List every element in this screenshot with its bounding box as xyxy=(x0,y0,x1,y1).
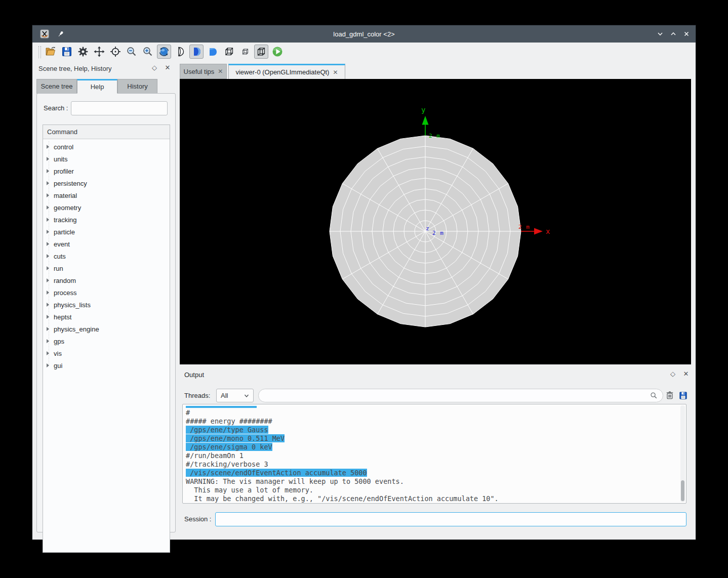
move-icon xyxy=(93,46,105,58)
left-dock-close-icon[interactable]: ✕ xyxy=(163,64,172,71)
rotate-button[interactable] xyxy=(157,45,171,59)
tree-item-control[interactable]: control xyxy=(43,141,170,153)
orthographic-button[interactable] xyxy=(254,45,268,59)
chevron-down-icon xyxy=(244,393,250,399)
zoom-out-button[interactable] xyxy=(125,45,139,59)
tree-item-gui[interactable]: gui xyxy=(43,359,170,371)
tree-item-physics_lists[interactable]: physics_lists xyxy=(43,299,170,311)
expander-chevron-icon[interactable] xyxy=(47,351,49,355)
tree-item-label: vis xyxy=(54,350,62,357)
console-line: /vis/scene/endOfEventAction accumulate 5… xyxy=(186,469,678,477)
clear-output-button[interactable] xyxy=(664,389,675,401)
session-input[interactable] xyxy=(215,512,686,526)
save-output-button[interactable] xyxy=(677,389,689,401)
expander-chevron-icon[interactable] xyxy=(47,230,49,234)
pin-icon[interactable] xyxy=(57,30,65,38)
expander-chevron-icon[interactable] xyxy=(47,278,49,282)
output-float-icon[interactable]: ◇ xyxy=(668,370,677,378)
console-line: /gps/ene/type Gauss xyxy=(186,426,678,434)
tab-useful-tips-label: Useful tips xyxy=(184,68,215,75)
tree-item-run[interactable]: run xyxy=(43,262,170,274)
tree-item-units[interactable]: units xyxy=(43,153,170,165)
command-tree-header: Command xyxy=(43,125,170,139)
y-axis-label: y xyxy=(421,106,426,114)
hidden-line-surface-removal-button[interactable] xyxy=(189,45,204,59)
tab-close-icon[interactable]: ✕ xyxy=(333,69,338,76)
threads-dropdown[interactable]: All xyxy=(216,389,254,402)
search-input[interactable] xyxy=(71,101,168,115)
expander-chevron-icon[interactable] xyxy=(47,242,49,246)
expander-chevron-icon[interactable] xyxy=(47,218,49,222)
hidden-line-surface-removal-icon xyxy=(190,46,203,58)
console-scrollbar[interactable] xyxy=(680,405,685,502)
tree-item-event[interactable]: event xyxy=(43,238,170,250)
window-controls xyxy=(656,30,691,38)
open-button[interactable] xyxy=(44,45,58,59)
pick-target-button[interactable] xyxy=(108,45,123,59)
tab-history[interactable]: History xyxy=(117,79,157,94)
main-toolbar xyxy=(32,43,696,62)
surfaces-button[interactable] xyxy=(206,45,220,59)
expander-chevron-icon[interactable] xyxy=(47,303,49,307)
minimize-button[interactable] xyxy=(656,30,664,38)
tree-item-gps[interactable]: gps xyxy=(43,335,170,347)
tree-item-persistency[interactable]: persistency xyxy=(43,177,170,189)
hidden-line-removal-button[interactable] xyxy=(173,45,187,59)
tree-item-process[interactable]: process xyxy=(43,286,170,299)
tree-item-material[interactable]: material xyxy=(43,189,170,201)
move-button[interactable] xyxy=(92,45,106,59)
pick-target-icon xyxy=(109,46,122,58)
tab-viewer-0[interactable]: viewer-0 (OpenGLImmediateQt) ✕ xyxy=(228,64,345,79)
expander-chevron-icon[interactable] xyxy=(47,363,49,367)
output-filter-input[interactable] xyxy=(258,389,663,402)
expander-chevron-icon[interactable] xyxy=(47,327,49,331)
toolbar-handle[interactable] xyxy=(38,46,41,58)
close-button[interactable] xyxy=(682,30,691,38)
opengl-viewport[interactable]: y 2 m x 2 m z 2 m xyxy=(180,79,691,364)
settings-gear-button[interactable] xyxy=(76,45,90,59)
tree-item-label: geometry xyxy=(54,204,81,212)
z-axis-annotation: 2 m xyxy=(432,230,444,236)
expander-chevron-icon[interactable] xyxy=(47,193,49,197)
output-console[interactable]: ###### energy ######## /gps/ene/type Gau… xyxy=(182,404,686,504)
save-button[interactable] xyxy=(60,45,74,59)
wireframe-button[interactable] xyxy=(222,45,236,59)
tree-item-tracking[interactable]: tracking xyxy=(43,214,170,226)
expander-chevron-icon[interactable] xyxy=(47,266,49,270)
expander-chevron-icon[interactable] xyxy=(47,315,49,319)
zoom-in-button[interactable] xyxy=(141,45,155,59)
tab-useful-tips[interactable]: Useful tips ✕ xyxy=(180,64,227,79)
output-close-icon[interactable]: ✕ xyxy=(681,370,691,378)
expander-chevron-icon[interactable] xyxy=(47,254,49,258)
tab-help[interactable]: Help xyxy=(77,79,117,94)
left-dock-float-icon[interactable]: ◇ xyxy=(150,64,159,71)
tree-item-profiler[interactable]: profiler xyxy=(43,165,170,177)
tree-item-geometry[interactable]: geometry xyxy=(43,201,170,214)
zoom-in-icon xyxy=(142,46,154,58)
tab-scene-tree[interactable]: Scene tree xyxy=(36,79,77,94)
expander-chevron-icon[interactable] xyxy=(47,205,49,210)
detector-wheel xyxy=(330,136,521,327)
tree-item-label: run xyxy=(54,265,63,272)
expander-chevron-icon[interactable] xyxy=(47,145,49,149)
expander-chevron-icon[interactable] xyxy=(47,339,49,343)
tree-item-particle[interactable]: particle xyxy=(43,226,170,238)
tree-item-random[interactable]: random xyxy=(43,274,170,286)
console-scrollbar-handle[interactable] xyxy=(681,480,684,501)
expander-chevron-icon[interactable] xyxy=(47,157,49,161)
perspective-button[interactable] xyxy=(238,45,252,59)
hidden-line-removal-icon xyxy=(174,46,186,58)
session-label: Session : xyxy=(184,512,211,526)
tree-item-cuts[interactable]: cuts xyxy=(43,250,170,262)
y-axis: y 2 m xyxy=(421,106,440,139)
tab-close-icon[interactable]: ✕ xyxy=(218,68,223,75)
tree-item-heptst[interactable]: heptst xyxy=(43,311,170,323)
maximize-button[interactable] xyxy=(669,30,677,38)
tab-viewer-0-label: viewer-0 (OpenGLImmediateQt) xyxy=(235,68,329,76)
expander-chevron-icon[interactable] xyxy=(47,181,49,185)
run-beam-button[interactable] xyxy=(270,45,285,59)
expander-chevron-icon[interactable] xyxy=(47,291,49,295)
tree-item-physics_engine[interactable]: physics_engine xyxy=(43,323,170,335)
expander-chevron-icon[interactable] xyxy=(47,169,49,173)
tree-item-vis[interactable]: vis xyxy=(43,347,170,359)
